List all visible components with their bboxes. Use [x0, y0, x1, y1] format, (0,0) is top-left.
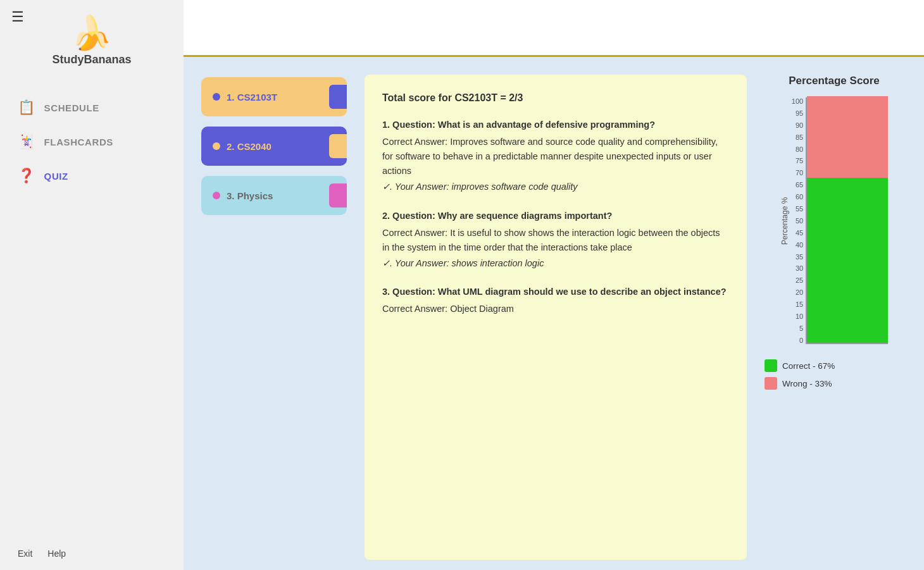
- sidebar-item-flashcards[interactable]: 🃏 FLASHCARDS: [0, 126, 184, 158]
- y-tick: 60: [792, 193, 803, 201]
- chart-wrapper: Percentage % 100959085807570656055504540…: [780, 97, 888, 344]
- y-axis-label: Percentage %: [780, 97, 789, 344]
- chart-area: Percentage Score Percentage % 1009590858…: [765, 75, 904, 560]
- quiz-item-cs2040[interactable]: 2. CS2040: [201, 127, 347, 166]
- sidebar-item-quiz[interactable]: ❓ QUIZ: [0, 160, 184, 192]
- quiz-dot-3: [213, 192, 220, 199]
- y-tick: 10: [792, 313, 803, 320]
- question-2-correct: Correct Answer: It is useful to show sho…: [382, 226, 729, 255]
- sidebar-item-quiz-label: QUIZ: [44, 171, 68, 182]
- question-1-answer: ✓. Your Answer: improves software code q…: [382, 180, 729, 194]
- y-tick: 100: [792, 97, 803, 105]
- question-2-title: 2. Question: Why are sequence diagrams i…: [382, 209, 729, 223]
- bar-container: [806, 97, 888, 344]
- quiz-dot-1: [213, 93, 220, 101]
- chart-legend: Correct - 67% Wrong - 33%: [765, 359, 835, 390]
- legend-correct-label: Correct - 67%: [782, 361, 835, 371]
- question-block-3: 3. Question: What UML diagram should we …: [382, 285, 729, 316]
- y-tick: 30: [792, 264, 803, 272]
- bar-correct: [807, 178, 888, 343]
- y-tick: 95: [792, 109, 803, 117]
- quiz-item-tab-2: [329, 134, 347, 158]
- quiz-item-physics[interactable]: 3. Physics: [201, 176, 347, 215]
- quiz-dot-2: [213, 142, 220, 150]
- question-block-1: 1. Question: What is an advantage of def…: [382, 118, 729, 195]
- quiz-item-cs2040-label: 2. CS2040: [227, 141, 272, 152]
- question-1-title: 1. Question: What is an advantage of def…: [382, 118, 729, 132]
- y-tick: 70: [792, 169, 803, 177]
- flashcards-icon: 🃏: [18, 133, 35, 150]
- header-bar: [184, 0, 924, 57]
- y-tick: 40: [792, 241, 803, 249]
- legend-correct: Correct - 67%: [765, 359, 835, 372]
- banana-icon: 🍌: [71, 16, 112, 49]
- help-link[interactable]: Help: [47, 548, 66, 559]
- quiz-list: 1. CS2103T 2. CS2040 3. Physics: [201, 75, 347, 560]
- bar-wrong: [807, 96, 888, 178]
- hamburger-icon[interactable]: ☰: [11, 9, 24, 25]
- quiz-item-cs2103t-label: 1. CS2103T: [227, 92, 277, 102]
- y-tick: 20: [792, 288, 803, 296]
- y-tick: 80: [792, 146, 803, 153]
- legend-wrong-color: [765, 377, 777, 390]
- y-tick: 35: [792, 253, 803, 261]
- legend-wrong: Wrong - 33%: [765, 377, 835, 390]
- y-tick: 25: [792, 276, 803, 284]
- y-tick: 5: [792, 325, 803, 332]
- chart-title: Percentage Score: [789, 75, 880, 87]
- logo-area: 🍌 StudyBananas: [52, 16, 131, 66]
- quiz-item-physics-label: 3. Physics: [227, 190, 273, 201]
- question-2-answer: ✓. Your Answer: shows interaction logic: [382, 256, 729, 271]
- y-tick: 85: [792, 133, 803, 141]
- question-3-title: 3. Question: What UML diagram should we …: [382, 285, 729, 299]
- total-score: Total score for CS2103T = 2/3: [382, 90, 729, 106]
- app-title: StudyBananas: [52, 53, 131, 66]
- y-tick: 55: [792, 205, 803, 213]
- y-tick: 50: [792, 217, 803, 225]
- question-block-2: 2. Question: Why are sequence diagrams i…: [382, 209, 729, 271]
- quiz-item-cs2103t[interactable]: 1. CS2103T: [201, 77, 347, 116]
- sidebar-item-schedule[interactable]: 📋 SCHEDULE: [0, 92, 184, 123]
- bottom-nav: Exit Help: [0, 537, 184, 570]
- content-area: 1. CS2103T 2. CS2040 3. Physics Total sc…: [184, 57, 924, 570]
- exit-link[interactable]: Exit: [18, 548, 32, 559]
- question-1-correct: Correct Answer: Improves software and so…: [382, 135, 729, 179]
- y-axis: 1009590858075706560555045403530252015105…: [792, 97, 806, 344]
- quiz-item-tab-3: [329, 183, 347, 208]
- results-panel: Total score for CS2103T = 2/3 1. Questio…: [365, 75, 747, 560]
- main-content: 1. CS2103T 2. CS2040 3. Physics Total sc…: [184, 0, 924, 570]
- y-tick: 15: [792, 300, 803, 308]
- nav-items: 📋 SCHEDULE 🃏 FLASHCARDS ❓ QUIZ: [0, 92, 184, 192]
- y-tick: 0: [792, 337, 803, 344]
- schedule-icon: 📋: [18, 99, 35, 116]
- quiz-item-tab-1: [329, 85, 347, 109]
- sidebar-item-flashcards-label: FLASHCARDS: [44, 137, 113, 147]
- chart-inner: [806, 97, 888, 344]
- y-tick: 65: [792, 181, 803, 189]
- y-tick: 75: [792, 157, 803, 164]
- sidebar: ☰ 🍌 StudyBananas 📋 SCHEDULE 🃏 FLASHCARDS…: [0, 0, 184, 570]
- y-tick: 45: [792, 229, 803, 237]
- legend-wrong-label: Wrong - 33%: [782, 379, 832, 388]
- legend-correct-color: [765, 359, 777, 372]
- y-tick: 90: [792, 121, 803, 129]
- quiz-icon: ❓: [18, 168, 35, 184]
- sidebar-item-schedule-label: SCHEDULE: [44, 102, 99, 113]
- question-3-correct: Correct Answer: Object Diagram: [382, 302, 729, 316]
